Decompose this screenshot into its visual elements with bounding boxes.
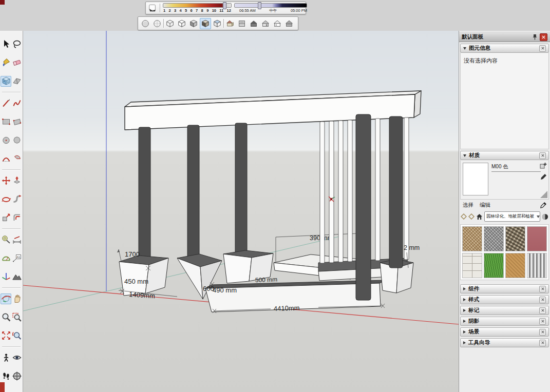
- wireframe-button[interactable]: [164, 18, 176, 29]
- material-category-dropdown[interactable]: 园林绿化、地被层和植被: [484, 211, 540, 222]
- iso-view-button[interactable]: [224, 18, 236, 29]
- baluster[interactable]: [329, 121, 334, 263]
- baluster[interactable]: [404, 117, 409, 260]
- dimension-tool[interactable]: [11, 230, 22, 249]
- eraser-tool[interactable]: [11, 53, 22, 72]
- dimension-label-curb-height[interactable]: 490 mm: [213, 286, 237, 294]
- dimension-label-height[interactable]: 1700: [125, 250, 140, 258]
- pan-tool[interactable]: [11, 289, 22, 308]
- column[interactable]: [356, 114, 371, 300]
- expand-icon[interactable]: [463, 287, 466, 290]
- rotate-tool[interactable]: [1, 190, 11, 208]
- shadow-toggle-icon[interactable]: [148, 4, 157, 13]
- dimension-label-curb-depth[interactable]: 500 mm: [255, 276, 278, 284]
- scale-tool[interactable]: [1, 208, 11, 227]
- hidden-line-button[interactable]: [176, 18, 187, 29]
- material-swatch-pebbles[interactable]: [505, 226, 525, 251]
- move-tool[interactable]: [1, 171, 11, 190]
- top-view-button[interactable]: [236, 18, 248, 29]
- flip-tool[interactable]: [11, 72, 22, 90]
- home-icon[interactable]: [476, 213, 483, 220]
- section-components[interactable]: 组件: [460, 284, 549, 293]
- material-name-field[interactable]: M00 色: [491, 163, 541, 172]
- baluster[interactable]: [375, 119, 380, 261]
- material-swatch-gravel-gray[interactable]: [484, 226, 504, 251]
- polygon-tool[interactable]: [11, 131, 22, 149]
- arc-tool[interactable]: [1, 149, 11, 168]
- tab-select[interactable]: 选择: [463, 202, 473, 209]
- footing[interactable]: [119, 256, 168, 296]
- date-slider-track[interactable]: [163, 3, 232, 8]
- column[interactable]: [139, 127, 150, 264]
- dimension-label-curb-length[interactable]: 4410mm: [274, 304, 300, 312]
- eyedropper-icon[interactable]: [540, 202, 546, 209]
- material-swatch-metal-fence[interactable]: [527, 253, 547, 278]
- position-camera-tool[interactable]: [1, 348, 11, 367]
- back-icon[interactable]: [461, 213, 467, 220]
- close-icon[interactable]: [539, 286, 546, 292]
- pie-tool[interactable]: [11, 149, 22, 168]
- shaded-with-textures-button[interactable]: [200, 18, 211, 29]
- tray-title-bar[interactable]: 默认面板: [459, 32, 550, 42]
- section-scenes[interactable]: 场景: [460, 327, 549, 337]
- zoom-tool[interactable]: [1, 308, 11, 326]
- sample-paint-icon[interactable]: [542, 213, 548, 220]
- close-icon[interactable]: [539, 307, 546, 314]
- x-ray-button[interactable]: [140, 18, 151, 29]
- monochrome-button[interactable]: [212, 18, 223, 29]
- back-view-button[interactable]: [283, 18, 295, 29]
- partial-tool-icon[interactable]: [11, 385, 22, 392]
- time-slider-track[interactable]: [234, 3, 307, 8]
- column[interactable]: [187, 125, 199, 262]
- front-view-button[interactable]: [248, 18, 259, 29]
- expand-icon[interactable]: [463, 320, 466, 323]
- model-canvas[interactable]: 390 mm 1700: [23, 31, 459, 392]
- freehand-tool[interactable]: [11, 94, 22, 112]
- rotated-rectangle-tool[interactable]: [11, 112, 22, 131]
- section-instructor[interactable]: 工具向导: [460, 338, 549, 347]
- zoom-extents-tool[interactable]: [1, 326, 11, 345]
- follow-me-tool[interactable]: [11, 190, 22, 208]
- section-tags[interactable]: 标记: [460, 306, 549, 315]
- paint-bucket-tool[interactable]: [1, 53, 11, 72]
- dimension-label-right[interactable]: 2 mm: [404, 244, 420, 251]
- modeling-viewport[interactable]: 390 mm 1700: [23, 31, 459, 392]
- expand-icon[interactable]: [463, 309, 466, 312]
- close-icon[interactable]: [539, 329, 546, 336]
- collapse-icon[interactable]: [463, 154, 466, 157]
- close-icon[interactable]: [539, 318, 546, 325]
- sandbox-tool[interactable]: [11, 267, 22, 286]
- look-around-tool[interactable]: [11, 348, 22, 367]
- material-swatch-pavers[interactable]: [462, 253, 482, 278]
- time-slider-handle[interactable]: [258, 2, 261, 9]
- resize-grip[interactable]: [540, 191, 547, 198]
- materials-header[interactable]: 材质: [460, 151, 549, 160]
- sample-material-icon[interactable]: [540, 173, 547, 181]
- shadow-time-slider[interactable]: 06:55 AM 中午 05:00 PM: [234, 3, 307, 13]
- expand-icon[interactable]: [463, 330, 466, 334]
- previous-view-tool[interactable]: [11, 326, 22, 345]
- circle-tool[interactable]: [1, 131, 11, 149]
- section-styles[interactable]: 样式: [460, 295, 549, 304]
- left-view-button[interactable]: [272, 18, 283, 29]
- shaded-button[interactable]: [188, 18, 199, 29]
- rectangle-tool[interactable]: [1, 112, 11, 131]
- create-material-icon[interactable]: [540, 162, 547, 169]
- back-edges-button[interactable]: [151, 18, 163, 29]
- expand-icon[interactable]: [463, 341, 466, 344]
- close-tray-button[interactable]: [540, 33, 547, 41]
- line-tool[interactable]: [1, 94, 11, 112]
- baluster[interactable]: [338, 121, 343, 262]
- select-tool[interactable]: [1, 35, 11, 53]
- tape-measure-tool[interactable]: [1, 230, 11, 249]
- close-icon[interactable]: [539, 297, 546, 303]
- section-plane-tool[interactable]: [11, 367, 22, 385]
- lasso-tool[interactable]: [11, 35, 22, 53]
- dimension-label-footing[interactable]: 450 mm: [124, 278, 148, 285]
- tab-edit[interactable]: 编辑: [480, 202, 490, 209]
- material-box-tool[interactable]: [1, 72, 11, 90]
- pin-icon[interactable]: [532, 34, 538, 40]
- material-swatch-sand-ochre[interactable]: [505, 253, 525, 278]
- material-swatch-grass[interactable]: [484, 253, 504, 278]
- close-icon[interactable]: [539, 340, 546, 346]
